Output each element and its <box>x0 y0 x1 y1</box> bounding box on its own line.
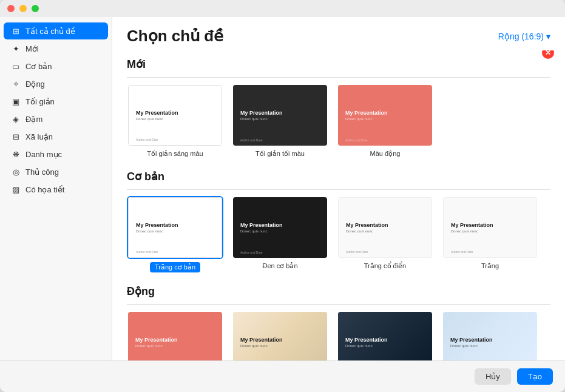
thumb-footer-black-basic: Author and Date <box>240 251 262 254</box>
sidebar-label-minimal: Tối giản <box>25 97 55 106</box>
thumb-subtitle-minimal-light: Donec quis nunc <box>136 117 214 121</box>
template-label-classic-white: Trắng cổ điển <box>364 262 407 270</box>
sidebar: ⊞Tất cả chủ đề✦Mới▭Cơ bản✧Động▣Tối giản◈… <box>0 17 112 360</box>
content-area: Chọn chủ đề Rộng (16:9) ▾ Mới✕My Present… <box>112 17 565 360</box>
thumb-subtitle-classic-white: Donec quis nunc <box>346 229 424 233</box>
templates-grid-dynamic: My PresentationDonec quis nuncAuthor and… <box>127 311 550 360</box>
minimal-icon: ▣ <box>11 96 21 106</box>
page-title: Chọn chủ đề <box>127 27 223 46</box>
aspect-ratio-label: Rộng (16:9) <box>498 32 544 41</box>
template-thumb-color-dynamic2: My PresentationDonec quis nuncAuthor and… <box>128 312 222 360</box>
template-card-white[interactable]: My PresentationDonec quis nuncAuthor and… <box>442 196 538 259</box>
close-button[interactable] <box>7 5 15 12</box>
thumb-title-white: My Presentation <box>451 222 529 228</box>
template-item-black-basic[interactable]: My PresentationDonec quis nuncAuthor and… <box>232 196 328 272</box>
template-item-color-dynamic[interactable]: My PresentationDonec quis nuncAuthor and… <box>337 84 433 158</box>
thumb-footer-white-basic: Author and Date <box>136 250 158 254</box>
thumb-footer-white: Author and Date <box>451 250 473 254</box>
template-card-cloud-light[interactable]: My PresentationDonec quis nuncAuthor and… <box>442 311 538 360</box>
template-item-white[interactable]: My PresentationDonec quis nuncAuthor and… <box>442 196 538 272</box>
sidebar-item-pattern[interactable]: ▨Có họa tiết <box>4 181 108 198</box>
template-label-white: Trắng <box>481 262 499 270</box>
sidebar-item-all[interactable]: ⊞Tất cả chủ đề <box>4 22 108 39</box>
thumb-subtitle-white-basic: Donec quis nunc <box>136 229 214 233</box>
template-item-wave-dark[interactable]: My PresentationDonec quis nuncAuthor and… <box>337 311 433 360</box>
template-thumb-cloud-light: My PresentationDonec quis nuncAuthor and… <box>443 312 537 360</box>
sidebar-item-editorial[interactable]: ⊟Xã luận <box>4 128 108 145</box>
thumb-subtitle-white: Donec quis nunc <box>451 229 529 233</box>
cancel-button[interactable]: Hủy <box>475 368 511 385</box>
section-new: Mới✕My PresentationDonec quis nuncAuthor… <box>127 50 550 158</box>
template-thumb-wave-light: My PresentationDonec quis nuncAuthor and… <box>233 312 327 360</box>
section-title-new: Mới <box>127 58 146 71</box>
thumb-footer-classic-white: Author and Date <box>346 250 368 254</box>
template-card-color-dynamic[interactable]: My PresentationDonec quis nuncAuthor and… <box>337 84 433 147</box>
template-item-minimal-light[interactable]: My PresentationDonec quis nuncAuthor and… <box>127 84 223 158</box>
template-card-color-dynamic2[interactable]: My PresentationDonec quis nuncAuthor and… <box>127 311 223 360</box>
template-item-cloud-light[interactable]: My PresentationDonec quis nuncAuthor and… <box>442 311 538 360</box>
sidebar-label-pattern: Có họa tiết <box>25 185 64 194</box>
template-card-classic-white[interactable]: My PresentationDonec quis nuncAuthor and… <box>337 196 433 259</box>
aspect-ratio-button[interactable]: Rộng (16:9) ▾ <box>498 32 550 41</box>
sidebar-label-bold: Đậm <box>25 115 42 124</box>
new-icon: ✦ <box>11 44 21 53</box>
sidebar-item-dynamic[interactable]: ✧Động <box>4 75 108 92</box>
thumb-title-color-dynamic2: My Presentation <box>135 337 215 343</box>
maximize-button[interactable] <box>32 5 39 12</box>
template-item-wave-light[interactable]: My PresentationDonec quis nuncAuthor and… <box>232 311 328 360</box>
bold-icon: ◈ <box>11 114 21 124</box>
template-thumb-classic-white: My PresentationDonec quis nuncAuthor and… <box>338 197 432 258</box>
template-thumb-white: My PresentationDonec quis nuncAuthor and… <box>443 197 537 258</box>
pattern-icon: ▨ <box>11 184 21 194</box>
template-item-classic-white[interactable]: My PresentationDonec quis nuncAuthor and… <box>337 196 433 272</box>
template-item-white-basic[interactable]: My PresentationDonec quis nuncAuthor and… <box>127 196 223 272</box>
thumb-subtitle-wave-dark: Donec quis nunc <box>345 344 425 348</box>
handcraft-icon: ◎ <box>11 167 21 177</box>
template-card-black-basic[interactable]: My PresentationDonec quis nuncAuthor and… <box>232 196 328 259</box>
sidebar-label-basic: Cơ bản <box>25 62 52 71</box>
section-title-dynamic: Động <box>127 285 155 298</box>
template-thumb-wave-dark: My PresentationDonec quis nuncAuthor and… <box>338 312 432 360</box>
template-card-wave-dark[interactable]: My PresentationDonec quis nuncAuthor and… <box>337 311 433 360</box>
sidebar-item-minimal[interactable]: ▣Tối giản <box>4 93 108 110</box>
template-label-black-basic: Đen cơ bản <box>262 262 297 270</box>
sidebar-label-handcraft: Thủ công <box>25 167 59 177</box>
sidebar-label-new: Mới <box>25 44 39 53</box>
thumb-footer-minimal-dark: Author and Date <box>240 138 262 142</box>
sidebar-item-category[interactable]: ❋Danh mục <box>4 146 108 163</box>
templates-grid-new: My PresentationDonec quis nuncAuthor and… <box>127 84 550 158</box>
template-item-minimal-dark[interactable]: My PresentationDonec quis nuncAuthor and… <box>232 84 328 158</box>
template-card-wave-light[interactable]: My PresentationDonec quis nuncAuthor and… <box>232 311 328 360</box>
thumb-title-minimal-light: My Presentation <box>136 110 214 116</box>
template-thumb-color-dynamic: My PresentationDonec quis nuncAuthor and… <box>338 85 432 146</box>
close-section-badge[interactable]: ✕ <box>542 50 554 59</box>
sidebar-item-new[interactable]: ✦Mới <box>4 40 108 57</box>
footer-bar: Hủy Tạo <box>0 360 565 392</box>
template-label-white-basic: Trắng cơ bản <box>150 262 200 272</box>
sidebar-label-editorial: Xã luận <box>25 132 53 141</box>
editorial-icon: ⊟ <box>11 132 21 141</box>
template-thumb-white-basic: My PresentationDonec quis nuncAuthor and… <box>128 197 222 258</box>
basic-icon: ▭ <box>11 61 21 71</box>
create-button[interactable]: Tạo <box>517 368 553 385</box>
template-card-minimal-light[interactable]: My PresentationDonec quis nuncAuthor and… <box>127 84 223 147</box>
sidebar-item-basic[interactable]: ▭Cơ bản <box>4 58 108 75</box>
thumb-subtitle-wave-light: Donec quis nunc <box>240 344 320 348</box>
thumb-subtitle-color-dynamic: Donec quis nunc <box>345 117 425 121</box>
sidebar-label-category: Danh mục <box>25 150 62 159</box>
dynamic-icon: ✧ <box>11 79 21 89</box>
thumb-footer-minimal-light: Author and Date <box>136 138 158 141</box>
main-window: ⊞Tất cả chủ đề✦Mới▭Cơ bản✧Động▣Tối giản◈… <box>0 0 565 392</box>
thumb-title-wave-light: My Presentation <box>240 337 320 343</box>
thumb-subtitle-black-basic: Donec quis nunc <box>240 229 320 233</box>
sidebar-item-handcraft[interactable]: ◎Thủ công <box>4 163 108 180</box>
template-card-white-basic[interactable]: My PresentationDonec quis nuncAuthor and… <box>127 196 223 259</box>
template-item-color-dynamic2[interactable]: My PresentationDonec quis nuncAuthor and… <box>127 311 223 360</box>
section-basic: Cơ bảnMy PresentationDonec quis nuncAuth… <box>127 163 550 272</box>
sidebar-item-bold[interactable]: ◈Đậm <box>4 110 108 127</box>
all-icon: ⊞ <box>11 26 21 36</box>
templates-scroll-area[interactable]: Mới✕My PresentationDonec quis nuncAuthor… <box>112 50 565 360</box>
section-title-basic: Cơ bản <box>127 170 164 183</box>
minimize-button[interactable] <box>19 5 27 12</box>
template-card-minimal-dark[interactable]: My PresentationDonec quis nuncAuthor and… <box>232 84 328 147</box>
